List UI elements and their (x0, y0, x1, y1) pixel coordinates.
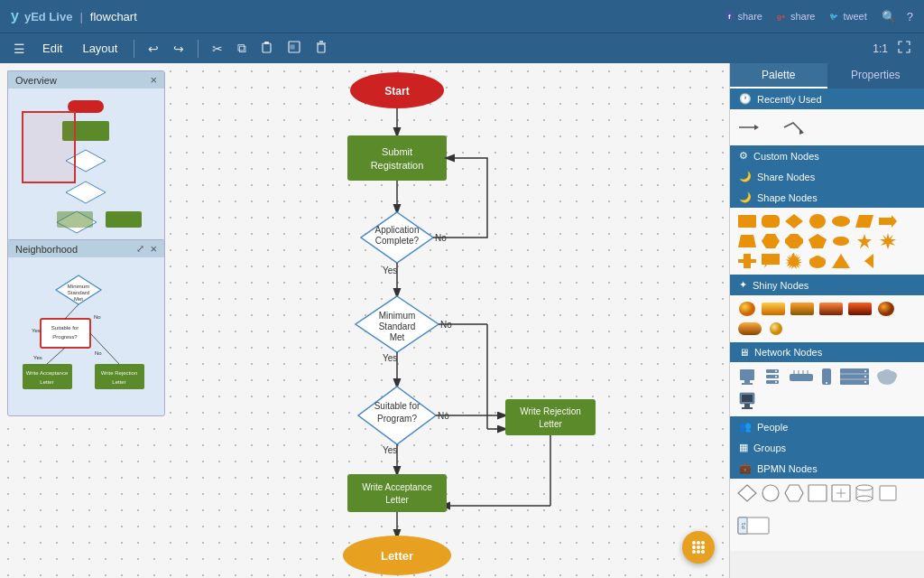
redo-button[interactable]: ↪ (169, 40, 189, 58)
svg-rect-156 (808, 485, 827, 501)
shiny-pill[interactable] (737, 321, 762, 337)
hamburger-menu[interactable]: ☰ (9, 40, 30, 58)
recently-used-item-1[interactable] (739, 118, 771, 136)
shape-rectangle[interactable] (737, 213, 757, 229)
network-mobile[interactable] (818, 368, 835, 387)
svg-marker-89 (754, 125, 759, 130)
group-button[interactable] (283, 39, 305, 58)
shiny-rect[interactable] (761, 301, 786, 317)
bpmn-cylinder[interactable] (855, 484, 874, 502)
twitter-share[interactable]: 🐦 tweet (829, 11, 866, 22)
share-nodes-label: Share Nodes (757, 172, 815, 182)
svg-rect-123 (740, 369, 754, 380)
shape-cloud[interactable] (808, 253, 827, 269)
undo-button[interactable]: ↩ (143, 40, 163, 58)
layout-menu[interactable]: Layout (75, 40, 125, 57)
shiny-rect-4[interactable] (847, 301, 873, 317)
bpmn-expanded-task[interactable] (831, 484, 851, 502)
network-pc[interactable] (737, 368, 759, 387)
svg-rect-7 (291, 45, 294, 49)
section-groups[interactable]: ▦ Groups (730, 437, 924, 458)
network-nodes-label: Network Nodes (754, 347, 822, 358)
paste-button[interactable] (256, 39, 278, 58)
recently-used-item-2[interactable] (780, 118, 811, 136)
copy-button[interactable]: ⧉ (233, 39, 251, 58)
svg-point-80 (697, 541, 700, 545)
network-server[interactable] (762, 368, 784, 387)
svg-point-120 (878, 302, 894, 316)
tab-palette[interactable]: Palette (730, 63, 827, 89)
tab-properties[interactable]: Properties (827, 63, 925, 89)
svg-text:Suitable for: Suitable for (51, 325, 79, 331)
shape-callout[interactable] (761, 253, 781, 269)
svg-text:Write Acceptance: Write Acceptance (362, 482, 432, 492)
shiny-rect-2[interactable] (790, 301, 815, 317)
shape-rounded-rect[interactable] (761, 213, 781, 229)
float-action-button[interactable] (682, 531, 715, 564)
shape-rounded-rect-2[interactable] (831, 233, 851, 249)
shiny-circle-small[interactable] (766, 321, 786, 337)
neighborhood-expand[interactable]: ⤢ (136, 243, 144, 255)
svg-point-162 (856, 496, 873, 501)
shape-chevron[interactable] (855, 253, 874, 269)
shape-triangle[interactable] (831, 253, 851, 269)
network-rack[interactable] (838, 368, 871, 387)
section-shape-nodes[interactable]: 🌙 Shape Nodes (730, 187, 924, 208)
neighborhood-title: Neighborhood (15, 244, 78, 255)
section-network-nodes[interactable]: 🖥 Network Nodes (730, 342, 924, 362)
svg-marker-96 (855, 215, 873, 228)
facebook-share[interactable]: f share (725, 11, 762, 22)
gplus-share[interactable]: g+ share (777, 11, 816, 22)
edit-menu[interactable]: Edit (35, 40, 69, 57)
section-bpmn-nodes[interactable]: 💼 BPMN Nodes (730, 458, 924, 479)
shiny-circle[interactable] (737, 301, 757, 317)
shape-circle[interactable] (808, 213, 827, 229)
search-icon[interactable]: 🔍 (882, 10, 896, 23)
shape-sun[interactable] (784, 253, 804, 269)
shape-arrow-right[interactable] (878, 213, 898, 229)
canvas-area[interactable]: Overview × Neigh (0, 63, 729, 578)
network-cloud[interactable] (874, 368, 900, 387)
shape-pentagon[interactable] (808, 233, 827, 249)
shape-hexagon[interactable] (761, 233, 781, 249)
topbar-icons: 🔍 ? (882, 10, 913, 23)
shiny-rect-3[interactable] (818, 301, 844, 317)
network-switch[interactable] (788, 368, 815, 387)
top-bar: y yEd Live | flowchart f share g+ share … (0, 0, 924, 33)
section-people[interactable]: 👥 People (730, 416, 924, 437)
cut-button[interactable]: ✂ (208, 40, 227, 58)
bpmn-gateway[interactable] (737, 484, 757, 502)
shiny-circle-2[interactable] (876, 301, 896, 317)
shape-diamond[interactable] (784, 213, 804, 229)
bpmn-empty-rect[interactable] (878, 484, 898, 502)
svg-point-95 (832, 216, 850, 227)
neighborhood-close[interactable]: × (150, 243, 157, 255)
bpmn-task[interactable] (808, 484, 827, 502)
palette-sidebar: Palette Properties 🕐 Recently Used ⚙ Cus… (729, 63, 924, 578)
section-custom-nodes[interactable]: ⚙ Custom Nodes (730, 145, 924, 166)
flowchart-canvas[interactable]: Start Submit Registration Application Co… (180, 63, 722, 578)
bpmn-subprocess[interactable] (784, 484, 804, 502)
bpmn-pool[interactable]: P1 (737, 517, 770, 535)
section-share-nodes[interactable]: 🌙 Share Nodes (730, 166, 924, 187)
section-recently-used[interactable]: 🕐 Recently Used (730, 89, 924, 109)
bpmn-event[interactable] (761, 484, 781, 502)
network-monitor[interactable] (737, 391, 759, 411)
svg-marker-114 (855, 254, 873, 268)
svg-marker-14 (66, 182, 106, 203)
svg-text:No: No (95, 350, 102, 356)
delete-button[interactable] (310, 39, 332, 58)
shape-parallelogram[interactable] (855, 213, 874, 229)
toolbar: ☰ Edit Layout ↩ ↪ ✂ ⧉ 1:1 (0, 33, 924, 63)
shape-trapezoid[interactable] (737, 233, 757, 249)
shape-octagon[interactable] (784, 233, 804, 249)
section-shiny-nodes[interactable]: ✦ Shiny Nodes (730, 275, 924, 295)
shape-star-4[interactable] (855, 233, 874, 249)
shape-ellipse-h[interactable] (831, 213, 851, 229)
overview-close[interactable]: × (150, 74, 157, 86)
shape-cross[interactable] (737, 253, 757, 269)
fit-button[interactable] (893, 39, 915, 58)
svg-rect-12 (62, 121, 109, 141)
help-icon[interactable]: ? (907, 10, 913, 23)
shape-star-burst[interactable] (878, 233, 898, 249)
